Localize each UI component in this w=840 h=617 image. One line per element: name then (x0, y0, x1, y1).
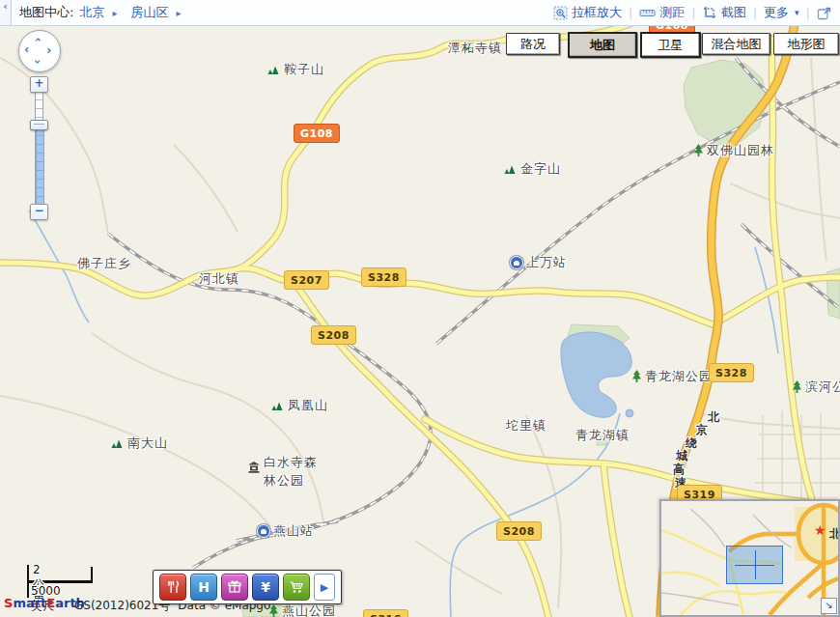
park-label-shuangfoshan: 双佛山园林 (693, 142, 774, 159)
panel-collapse-button[interactable]: ‹ (0, 0, 12, 25)
mountain-icon (266, 65, 281, 75)
map-type-hybrid-button[interactable]: 混合地图 (702, 33, 770, 55)
tree-icon (631, 370, 642, 383)
top-toolbar: ‹ 地图中心: 北京 ▸ 房山区 ▸ 拉框放大 | 测距 | (0, 0, 840, 26)
breadcrumb-arrow-icon[interactable]: ▸ (112, 8, 117, 18)
toolbar-separator: | (629, 6, 632, 20)
gift-icon (227, 579, 242, 595)
map-type-terrain-button[interactable]: 地形图 (773, 33, 839, 55)
snapshot-tool-button[interactable]: 截图 (703, 4, 746, 21)
measure-tool-button[interactable]: 测距 (639, 4, 685, 21)
toolbar-separator: | (753, 6, 757, 20)
cart-icon (289, 579, 304, 595)
road-badge-s207: S207 (284, 270, 329, 290)
breadcrumb-city-link[interactable]: 北京 (79, 4, 104, 21)
toolbar-actions: 拉框放大 | 测距 | 截图 | 更多 ▾ | (553, 4, 840, 21)
popout-window-button[interactable] (817, 6, 832, 20)
town-label-hebei: 河北镇 (199, 270, 239, 288)
zoom-slider-fill (36, 127, 44, 205)
collapse-chevron-icon: ‹ (3, 0, 8, 14)
tree-icon (693, 144, 704, 157)
tree-icon (792, 380, 802, 394)
park-label-yanshan-park: 燕山公园 (268, 603, 336, 617)
bank-poi-button[interactable]: ¥ (252, 574, 279, 601)
road-badge-g108: G108 (294, 124, 340, 143)
pan-right-icon[interactable]: › (46, 45, 51, 55)
expressway-name-char: 京 (696, 422, 708, 438)
minimap-collapse-button[interactable]: ↘ (821, 598, 837, 614)
zoom-in-button[interactable]: + (30, 76, 48, 93)
zoom-box-icon (553, 6, 568, 20)
mountain-label-jinzishan: 金字山 (503, 160, 561, 178)
map-type-traffic-button[interactable]: 路况 (506, 33, 560, 55)
map-center-breadcrumb: 地图中心: 北京 ▸ 房山区 ▸ (12, 4, 188, 21)
map-type-satellite-button[interactable]: 卫星 (640, 32, 701, 58)
road-badge-s208-north: S208 (311, 325, 356, 345)
overview-minimap[interactable]: ★ 北 ↘ (659, 499, 840, 617)
mountain-label-nandashan: 南大山 (110, 435, 168, 452)
mountain-icon (503, 164, 518, 175)
more-tool-button[interactable]: 更多 ▾ (764, 4, 799, 21)
minimap-city-label: 北 (829, 526, 840, 543)
map-center-label: 地图中心: (19, 4, 73, 21)
map-type-map-button[interactable]: 地图 (568, 32, 637, 58)
hotel-poi-button[interactable]: H (190, 574, 217, 601)
pan-control[interactable]: › › › › (18, 30, 61, 72)
minimap-city-star-icon: ★ (814, 522, 826, 538)
toolbar-separator: | (691, 6, 695, 20)
mountain-label-fenghuangshan: 凤凰山 (270, 397, 328, 414)
park-label-baishuisi: 白水寺森林公园 (247, 454, 318, 491)
park-label-binhe: 滨河公 (792, 379, 840, 396)
collapse-arrow-icon: ↘ (825, 600, 832, 610)
zoom-slider-handle[interactable] (30, 120, 48, 130)
station-icon (257, 524, 270, 538)
road-badge-s328-west: S328 (361, 267, 406, 287)
breadcrumb-arrow-icon[interactable]: ▸ (176, 8, 181, 18)
gift-poi-button[interactable] (221, 574, 248, 601)
map-application: { "topbar": { "collapse_icon": "‹", "map… (0, 0, 840, 617)
popout-window-icon (817, 6, 832, 20)
temple-icon (247, 462, 261, 473)
town-label-fozizhuang: 佛子庄乡 (77, 255, 131, 272)
expressway-name-char: 北 (708, 409, 719, 426)
ruler-icon (639, 7, 656, 19)
town-label-qinglonghu: 青龙湖镇 (575, 427, 630, 444)
dropdown-arrow-icon: ▾ (795, 8, 799, 17)
poi-toolbar-expand-button[interactable]: ▶ (314, 574, 335, 601)
pan-down-icon[interactable]: › (33, 59, 42, 64)
road-badge-s328-east: S328 (709, 363, 754, 382)
breadcrumb-district-link[interactable]: 房山区 (130, 4, 168, 21)
mountain-icon (110, 438, 125, 449)
mountain-icon (270, 401, 285, 411)
pan-left-icon[interactable]: › (24, 45, 29, 55)
restaurant-poi-button[interactable] (159, 574, 186, 601)
minimap-viewport-rect[interactable] (726, 546, 783, 584)
zoom-box-tool-button[interactable]: 拉框放大 (553, 4, 622, 21)
station-icon (510, 256, 523, 269)
pan-up-icon[interactable]: › (33, 37, 42, 42)
road-badge-s208-south: S208 (496, 521, 542, 541)
road-badge-s316: S316 (363, 609, 408, 617)
town-label-tuoli: 坨里镇 (506, 417, 546, 435)
station-label-shangwan: 上万站 (510, 254, 567, 271)
poi-toolbar: H ¥ ▶ (153, 570, 342, 604)
mountain-label-anzishan: 鞍子山 (266, 61, 324, 78)
restaurant-icon (165, 579, 181, 595)
zoom-out-button[interactable]: − (30, 204, 48, 220)
toolbar-separator: | (806, 6, 810, 20)
station-label-yanshan: 燕山站 (257, 522, 314, 540)
smartearth-logo: SmartEarth (4, 596, 85, 610)
park-label-qinglonghu-park: 青龙湖公园 (631, 368, 713, 385)
supermarket-poi-button[interactable] (283, 574, 310, 601)
snapshot-icon (703, 6, 717, 19)
town-label-tanzhesi: 潭柘寺镇 (448, 40, 502, 57)
